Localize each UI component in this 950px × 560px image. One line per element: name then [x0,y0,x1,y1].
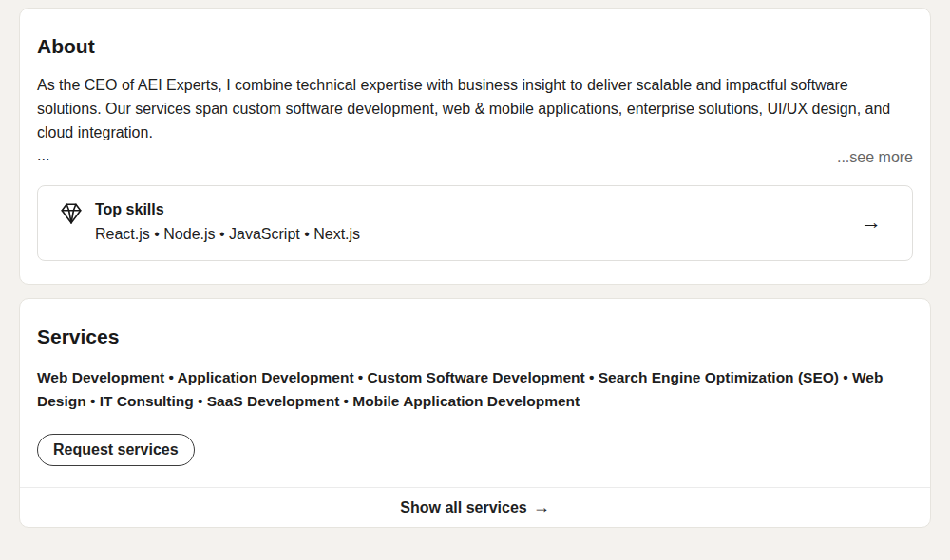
services-list: Web Development • Application Developmen… [37,365,913,413]
see-more-link[interactable]: ...see more [837,149,913,166]
truncation-ellipsis: ... [37,145,49,166]
top-skills-text: Top skills React.js • Node.js • JavaScri… [95,198,861,246]
about-paragraph: As the CEO of AEI Experts, I combine tec… [37,73,913,144]
arrow-right-icon: → [861,212,882,233]
top-skills-title: Top skills [95,198,861,221]
services-card: Services Web Development • Application D… [19,298,931,528]
request-services-button[interactable]: Request services [37,434,195,466]
about-truncation-row: ... ...see more [37,145,913,166]
top-skills-list: React.js • Node.js • JavaScript • Next.j… [95,223,861,246]
diamond-icon [59,201,84,230]
show-all-services-label: Show all services [400,499,526,516]
arrow-right-icon: → [533,497,550,517]
services-title: Services [37,299,913,350]
top-skills-card[interactable]: Top skills React.js • Node.js • JavaScri… [37,185,913,261]
about-title: About [37,9,913,60]
show-all-services-link[interactable]: Show all services → [20,487,930,527]
about-card: About As the CEO of AEI Experts, I combi… [19,8,931,285]
